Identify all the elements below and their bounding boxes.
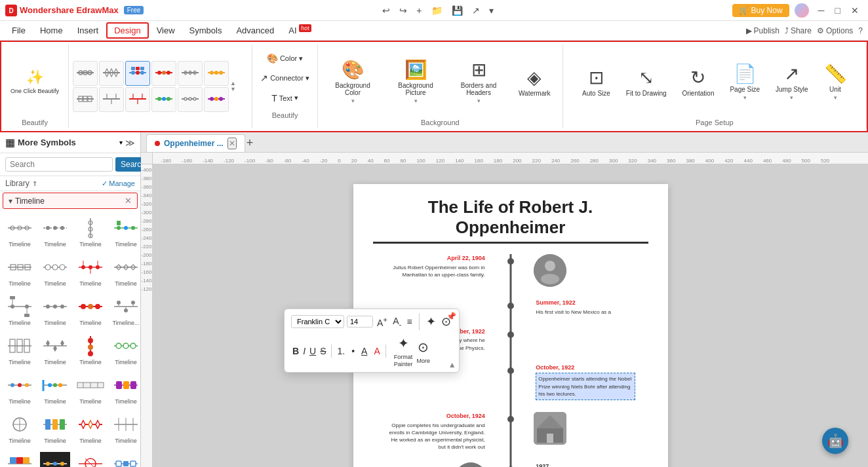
export-button[interactable]: ↗: [469, 4, 483, 17]
underline-a-button[interactable]: A: [360, 345, 368, 358]
fit-to-drawing-button[interactable]: ⤡ Fit to Drawing: [620, 63, 673, 101]
style-8[interactable]: [99, 87, 124, 112]
fab-button[interactable]: 🤖: [822, 428, 848, 454]
list-item[interactable]: Timeline: [38, 370, 72, 408]
help-button[interactable]: ?: [858, 26, 863, 35]
list-item[interactable]: Timeline: [38, 409, 72, 447]
list-item[interactable]: Timeline: [109, 213, 140, 251]
share-button[interactable]: ⤴ Share: [785, 26, 812, 35]
unit-button[interactable]: 📏 Unit ▾: [818, 59, 854, 105]
style-1[interactable]: [73, 61, 98, 86]
search-input[interactable]: [5, 157, 113, 172]
tab-close-button[interactable]: ✕: [227, 138, 237, 149]
strikethrough-button[interactable]: S: [319, 345, 327, 358]
background-picture-button[interactable]: 🖼️ Background Picture ▾: [386, 55, 445, 108]
one-click-beautify-button[interactable]: ✨ One Click Beautify: [7, 66, 63, 98]
list-item[interactable]: Timeline: [38, 449, 72, 467]
list-item[interactable]: Timeline: [109, 331, 140, 369]
color-a-button[interactable]: A: [372, 345, 381, 358]
style-9[interactable]: [125, 87, 150, 112]
list-item[interactable]: Timeline: [109, 370, 140, 408]
color-button[interactable]: 🎨 Color ▾: [264, 52, 306, 65]
list-item[interactable]: Timeline: [38, 213, 72, 251]
new-button[interactable]: +: [414, 4, 424, 17]
avatar[interactable]: [795, 3, 809, 18]
watermark-button[interactable]: ◈ Watermark: [512, 63, 557, 101]
list-item[interactable]: Timeline: [73, 291, 108, 329]
undo-button[interactable]: ↩: [380, 4, 393, 17]
timeline-close-button[interactable]: ✕: [125, 196, 132, 206]
list-item[interactable]: Timeline: [38, 331, 72, 369]
tab-oppenheimer[interactable]: Oppenheimer ... ✕: [146, 134, 245, 152]
list-item[interactable]: Timeline: [3, 252, 37, 290]
list-item[interactable]: Timeline...: [109, 291, 140, 329]
list-item[interactable]: Timeline: [109, 252, 140, 290]
style-10[interactable]: [151, 87, 176, 112]
jump-style-button[interactable]: ↗ Jump Style ▾: [769, 59, 814, 105]
font-select[interactable]: Franklin C: [291, 315, 344, 328]
font-size-input[interactable]: [347, 316, 373, 327]
style-12[interactable]: [204, 87, 229, 112]
list-item[interactable]: Timeline: [3, 409, 37, 447]
orientation-button[interactable]: ↻ Orientation: [676, 63, 721, 101]
add-tab-button[interactable]: +: [247, 136, 254, 150]
redo-button[interactable]: ↪: [397, 4, 410, 17]
font-shrink-button[interactable]: A-: [391, 314, 403, 329]
more-button[interactable]: ⊙: [416, 338, 430, 356]
options-button[interactable]: ⚙ Options: [817, 26, 853, 35]
list-item[interactable]: Timeline: [3, 213, 37, 251]
pin-icon[interactable]: 📌: [446, 312, 456, 321]
list-item[interactable]: Timeline: [3, 449, 37, 467]
list-item[interactable]: Timeline: [3, 370, 37, 408]
list-item[interactable]: Timeline: [73, 370, 108, 408]
list-item[interactable]: Timeline: [73, 213, 108, 251]
background-color-button[interactable]: 🎨 Background Color ▾: [323, 55, 382, 108]
buy-now-button[interactable]: 🛒 Buy Now: [732, 4, 789, 17]
menu-advanced[interactable]: Advanced: [229, 24, 281, 37]
list-item[interactable]: Timeline: [73, 331, 108, 369]
list-item[interactable]: Timeline: [3, 331, 37, 369]
menu-view[interactable]: View: [150, 24, 182, 37]
list-item[interactable]: Timeline: [109, 409, 140, 447]
menu-ai[interactable]: AI hot: [282, 23, 317, 37]
font-grow-button[interactable]: A+: [376, 314, 389, 329]
underline-button[interactable]: U: [308, 345, 317, 358]
style-3[interactable]: [125, 61, 150, 86]
text-button[interactable]: T Text ▾: [269, 92, 301, 105]
borders-headers-button[interactable]: ⊞ Borders and Headers ▾: [449, 55, 508, 108]
collapse-icon[interactable]: ▲: [448, 360, 456, 369]
style-4[interactable]: [151, 61, 176, 86]
menu-home[interactable]: Home: [33, 24, 69, 37]
bold-button[interactable]: B: [291, 345, 300, 358]
format-painter-action-button[interactable]: ✦: [397, 334, 410, 352]
list-item[interactable]: Timeline: [73, 409, 108, 447]
menu-design[interactable]: Design: [106, 22, 148, 39]
manage-button[interactable]: ✓ Manage: [102, 179, 135, 188]
connector-button[interactable]: ↗ Connector ▾: [258, 71, 312, 84]
list-item[interactable]: Timeline: [38, 291, 72, 329]
canvas-main[interactable]: The Life of Robert J. Oppenheimer April …: [153, 164, 868, 467]
save-button[interactable]: 💾: [449, 4, 465, 17]
menu-insert[interactable]: Insert: [71, 24, 106, 37]
style-6[interactable]: [204, 61, 229, 86]
style-5[interactable]: [178, 61, 203, 86]
style-11[interactable]: [178, 87, 203, 112]
open-button[interactable]: 📁: [429, 4, 445, 17]
style-7[interactable]: [73, 87, 98, 112]
panel-collapse-button[interactable]: ≫: [125, 138, 135, 148]
menu-file[interactable]: File: [5, 24, 32, 37]
italic-button[interactable]: I: [302, 345, 307, 358]
list-item[interactable]: Timeline: [38, 252, 72, 290]
auto-size-button[interactable]: ⊡ Auto Size: [576, 63, 617, 101]
list-item[interactable]: Timeline: [73, 252, 108, 290]
menu-symbols[interactable]: Symbols: [183, 24, 229, 37]
list-item[interactable]: Timeline: [109, 449, 140, 467]
publish-button[interactable]: ▶ Publish: [746, 26, 779, 35]
collapse-down-button[interactable]: ▼: [230, 86, 236, 92]
list-item[interactable]: Timeline: [3, 291, 37, 329]
bullet-list-button[interactable]: •: [350, 345, 356, 358]
list-item[interactable]: Timeline: [73, 449, 108, 467]
close-button[interactable]: ✕: [847, 4, 863, 17]
text-align-button[interactable]: ≡: [405, 315, 413, 328]
more-dropdown-button[interactable]: ▾: [486, 4, 496, 17]
